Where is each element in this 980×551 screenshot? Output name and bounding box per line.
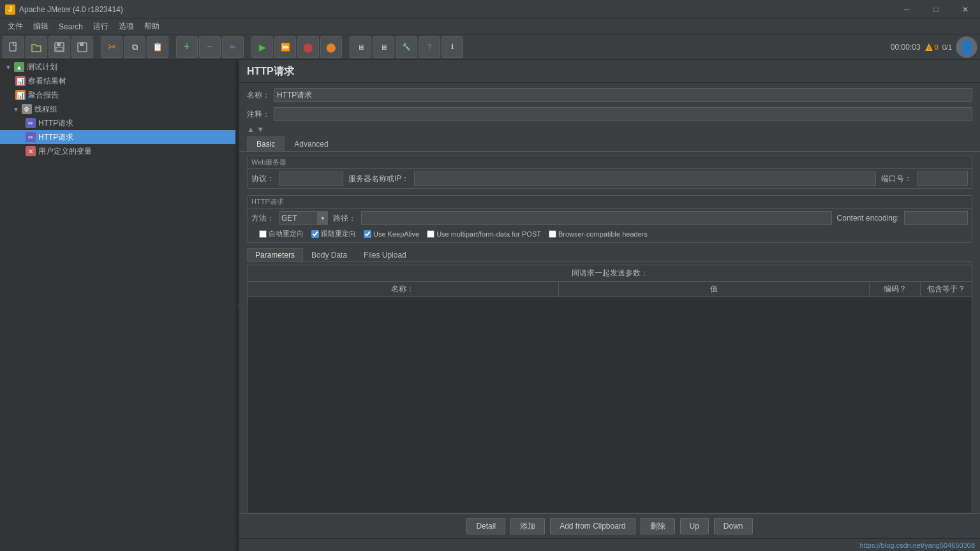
collapse-button[interactable]: ▲ ▼ xyxy=(247,125,264,134)
cut-button[interactable]: ✂ xyxy=(101,36,122,58)
up-button[interactable]: Up xyxy=(680,518,709,534)
var-icon: ✕ xyxy=(26,146,36,156)
menu-edit[interactable]: 编辑 xyxy=(28,20,54,34)
sidebar-item-user-vars[interactable]: ✕ 用户定义的变量 xyxy=(0,144,235,158)
follow-redirect-checkbox[interactable]: 跟随重定向 xyxy=(311,229,356,239)
keep-alive-checkbox[interactable]: Use KeepAlive xyxy=(364,230,419,238)
plan-icon: ▲ xyxy=(14,62,24,72)
sidebar-item-label: 测试计划 xyxy=(27,62,57,73)
col-name: 名称： xyxy=(248,282,559,297)
sidebar-item-label: 用户定义的变量 xyxy=(38,146,92,157)
sub-tabs-container: Parameters Body Data Files Upload xyxy=(239,246,980,262)
menu-options[interactable]: 选项 xyxy=(114,20,139,34)
status-bar: https://blog.csdn.net/yang504650308 xyxy=(239,538,980,551)
stop-button[interactable]: ⬤ xyxy=(297,36,319,58)
browser-headers-input[interactable] xyxy=(549,230,556,238)
clear-button[interactable]: ✏ xyxy=(222,36,244,58)
help-button[interactable]: ? xyxy=(419,36,440,58)
content-header: HTTP请求 xyxy=(239,60,980,83)
tab-basic[interactable]: Basic xyxy=(247,136,285,151)
down-button[interactable]: Down xyxy=(714,518,753,534)
menu-run[interactable]: 运行 xyxy=(88,20,114,34)
open-button[interactable] xyxy=(26,36,47,58)
shutdown-button[interactable]: ⬤ xyxy=(320,36,342,58)
method-label: 方法： xyxy=(251,213,274,224)
server-input[interactable] xyxy=(414,172,876,186)
close-button[interactable]: ✕ xyxy=(951,0,980,19)
browser-headers-checkbox[interactable]: Browser-compatible headers xyxy=(549,230,648,238)
web-server-section: Web服务器 协议： 服务器名称或IP： 端口号： xyxy=(247,156,972,189)
server-fields-row: 协议： 服务器名称或IP： 端口号： xyxy=(251,172,968,186)
sidebar-item-test-plan[interactable]: ▼ ▲ 测试计划 xyxy=(0,60,235,74)
main-tabs-container: Basic Advanced xyxy=(239,135,980,152)
main-layout: ▼ ▲ 测试计划 📊 察看结果树 📊 聚合报告 ▼ ⚙ 线程组 ✏ HTTP请求 xyxy=(0,60,980,551)
keep-alive-input[interactable] xyxy=(364,230,371,238)
menu-file[interactable]: 文件 xyxy=(3,20,28,34)
start-no-pause-button[interactable]: ⏩ xyxy=(274,36,296,58)
server-label: 服务器名称或IP： xyxy=(348,173,409,184)
sidebar-item-thread-group[interactable]: ▼ ⚙ 线程组 xyxy=(0,102,235,116)
tab-files-upload[interactable]: Files Upload xyxy=(355,248,415,261)
col-encode: 编码？ xyxy=(870,282,921,297)
sidebar-item-label: HTTP请求 xyxy=(38,118,73,129)
multipart-input[interactable] xyxy=(427,230,434,238)
method-path-row: 方法： GET POST PUT DELETE HEAD ▼ 路径： xyxy=(251,211,968,225)
tab-advanced[interactable]: Advanced xyxy=(285,136,338,151)
add-button[interactable]: + xyxy=(176,36,198,58)
multipart-checkbox[interactable]: Use multipart/form-data for POST xyxy=(427,230,541,238)
remove-button[interactable]: − xyxy=(199,36,221,58)
warning-icon: ! xyxy=(924,43,933,52)
sidebar-item-http-request-2[interactable]: ✏ HTTP请求 xyxy=(0,130,235,144)
expand-arrow: ▼ xyxy=(13,106,19,113)
start-button[interactable]: ▶ xyxy=(251,36,273,58)
encoding-input[interactable] xyxy=(904,211,968,225)
svg-rect-3 xyxy=(57,43,61,46)
add-clipboard-button[interactable]: Add from Clipboard xyxy=(550,518,635,534)
sidebar-item-label: 聚合报告 xyxy=(28,90,59,101)
menu-help[interactable]: 帮助 xyxy=(139,20,165,34)
sidebar: ▼ ▲ 测试计划 📊 察看结果树 📊 聚合报告 ▼ ⚙ 线程组 ✏ HTTP请求 xyxy=(0,60,236,551)
path-input[interactable] xyxy=(361,211,832,225)
sidebar-item-http-request-1[interactable]: ✏ HTTP请求 xyxy=(0,116,235,130)
sidebar-item-aggregate-results[interactable]: 📊 察看结果树 xyxy=(0,74,235,88)
add-param-button[interactable]: 添加 xyxy=(510,518,545,534)
method-select[interactable]: GET POST PUT DELETE HEAD xyxy=(279,211,318,225)
auto-redirect-checkbox[interactable]: 自动重定向 xyxy=(259,229,304,239)
info-button[interactable]: ℹ xyxy=(442,36,463,58)
remote-stop-button[interactable]: 🖥 xyxy=(373,36,394,58)
comment-input[interactable] xyxy=(274,107,972,121)
copy-button[interactable]: ⧉ xyxy=(124,36,145,58)
port-input[interactable] xyxy=(917,172,968,186)
method-dropdown-arrow[interactable]: ▼ xyxy=(318,211,328,225)
toolbar-right: 00:00:03 ! 0 0/1 👤 xyxy=(891,36,977,58)
main-tabs: Basic Advanced xyxy=(247,136,972,151)
debug-button[interactable]: 🔧 xyxy=(396,36,417,58)
remote-start-button[interactable]: 🖥 xyxy=(350,36,371,58)
http-icon: ✏ xyxy=(26,132,36,142)
auto-redirect-input[interactable] xyxy=(259,230,267,238)
new-button[interactable] xyxy=(3,36,24,58)
minimize-button[interactable]: ─ xyxy=(892,0,921,19)
tab-body-data[interactable]: Body Data xyxy=(303,248,355,261)
window-controls: ─ □ ✕ xyxy=(892,0,980,19)
maximize-button[interactable]: □ xyxy=(921,0,951,19)
comment-label: 注释： xyxy=(247,109,270,120)
method-select-wrap: GET POST PUT DELETE HEAD ▼ xyxy=(279,211,328,225)
name-input[interactable] xyxy=(274,88,972,102)
sidebar-item-aggregate-report[interactable]: 📊 聚合报告 xyxy=(0,88,235,102)
delete-button[interactable]: 删除 xyxy=(641,518,675,534)
save-as-button[interactable] xyxy=(71,36,93,58)
menu-search[interactable]: Search xyxy=(54,20,88,34)
profile-button[interactable]: 👤 xyxy=(956,36,977,58)
path-label: 路径： xyxy=(333,213,356,224)
follow-redirect-input[interactable] xyxy=(311,230,319,238)
graph-icon: 📊 xyxy=(15,76,26,86)
paste-button[interactable]: 📋 xyxy=(147,36,168,58)
app-icon: J xyxy=(5,4,15,15)
tab-parameters[interactable]: Parameters xyxy=(247,248,303,261)
params-table: 名称： 值 编码？ 包含等于？ xyxy=(247,281,972,513)
detail-button[interactable]: Detail xyxy=(466,518,505,534)
params-title: 同请求一起发送参数： xyxy=(247,265,972,281)
protocol-input[interactable] xyxy=(279,172,343,186)
save-button[interactable] xyxy=(48,36,70,58)
